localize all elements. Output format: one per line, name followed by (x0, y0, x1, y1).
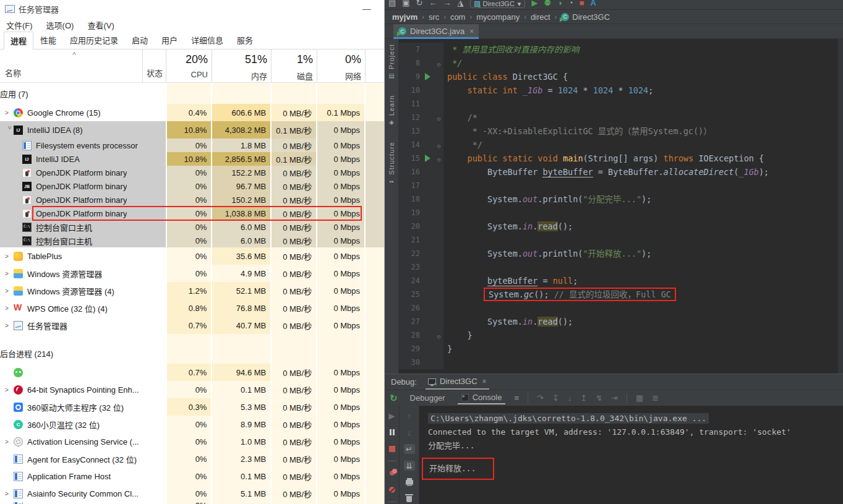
section-header[interactable]: 后台进程 (214) (0, 343, 384, 364)
code-line[interactable]: 10 static int _1Gb = 1024 * 1024 * 1024; (399, 83, 843, 97)
tm-tab-详细信息[interactable]: 详细信息 (184, 31, 230, 49)
run-to-cursor-icon[interactable]: ⇥ (611, 393, 618, 403)
expander-icon[interactable]: > (5, 270, 14, 277)
process-row[interactable]: OpenJDK Platform binary0%96.7 MB0 MB/秒0 … (0, 179, 384, 193)
column-header-disk[interactable]: 1%磁盘 (271, 49, 313, 82)
process-row[interactable]: >Google Chrome (15)0.4%606.6 MB0 MB/秒0.1… (0, 104, 384, 121)
stop-icon[interactable] (387, 444, 398, 454)
clear-console-icon[interactable] (404, 494, 415, 504)
expander-icon[interactable]: > (6, 126, 13, 134)
coverage-icon[interactable]: ◑ (557, 0, 562, 7)
breadcrumb-item[interactable]: Direct3GC (560, 12, 611, 22)
process-row[interactable]: >Asiainfo Security Common Cl...0%5.1 MB0… (0, 485, 384, 502)
pause-icon[interactable] (387, 427, 398, 437)
code-line[interactable]: 30 (399, 356, 843, 369)
mute-breakpoints-icon[interactable] (387, 485, 398, 495)
up-stack-icon[interactable]: ↑ (404, 411, 415, 421)
column-header-name[interactable]: 名称 (5, 67, 21, 79)
step-into-icon[interactable]: ↧ (552, 393, 559, 403)
run-gutter-icon[interactable] (425, 73, 430, 80)
debug-icon[interactable]: ⚉ (544, 0, 551, 7)
back-icon[interactable]: ← (429, 0, 437, 7)
code-line[interactable]: 28⊖ } (399, 328, 843, 342)
tab-close-icon[interactable]: × (469, 27, 474, 36)
code-line[interactable]: 23 (399, 260, 843, 274)
process-row[interactable]: >Activation Licensing Service (...0%1.0 … (0, 433, 384, 450)
run-configuration-select[interactable]: Direct3GC▾ (470, 0, 526, 8)
section-header[interactable]: 应用 (7) (0, 83, 384, 104)
forward-icon[interactable]: → (443, 0, 451, 7)
minimize-button[interactable]: — (354, 4, 379, 14)
process-row[interactable]: Filesystem events processor0%1.8 MB0 MB/… (0, 139, 384, 152)
process-row[interactable]: >IntelliJ IDEA (8)10.8%4,308.2 MB0.1 MB/… (0, 121, 384, 139)
evaluate-expression-icon[interactable]: ▦ (636, 393, 643, 403)
breadcrumb-item[interactable]: src (427, 12, 440, 22)
scroll-to-end-icon[interactable]: ⇊ (404, 461, 415, 471)
step-over-icon[interactable]: ↷ (537, 393, 544, 403)
process-row[interactable]: 控制台窗口主机0%6.0 MB0 MB/秒0 Mbps (0, 234, 384, 247)
process-row[interactable]: >WPS Office (32 位) (4)0.8%76.8 MB0 MB/秒0… (0, 299, 384, 317)
profiler-icon[interactable]: ◔ (568, 0, 573, 7)
force-step-into-icon[interactable]: ↓ (568, 393, 572, 403)
expander-icon[interactable]: > (5, 288, 14, 294)
code-line[interactable]: 11 (399, 97, 843, 111)
code-line[interactable]: 16 ByteBuffer byteBuffer = ByteBuffer.al… (399, 165, 843, 179)
code-line[interactable]: 27 System.in.read(); (399, 315, 843, 328)
step-out-icon[interactable]: ↥ (580, 393, 587, 403)
editor-tab-direct3gc[interactable]: Direct3GC.java × (393, 24, 479, 38)
process-row[interactable]: >TablePlus0%35.6 MB0 MB/秒0 Mbps (0, 247, 384, 265)
code-line[interactable]: 14⊖ */ (399, 138, 843, 152)
stop-icon[interactable]: ■ (580, 0, 584, 7)
save-icon[interactable]: ▣ (402, 0, 409, 7)
process-row[interactable]: >Windows 资源管理器 (4)1.2%52.1 MB0 MB/秒0 Mbp… (0, 282, 384, 299)
tm-tab-进程[interactable]: 进程 (4, 32, 33, 49)
debug-session-tab[interactable]: Direct3GC × (426, 374, 489, 390)
process-row[interactable]: 360小贝温控 (32 位)0%8.9 MB0 MB/秒0 Mbps (0, 416, 384, 433)
code-line[interactable]: 25 System.gc(); // 显式的垃圾回收，Full GC (399, 288, 843, 301)
soft-wrap-icon[interactable]: ↵ (404, 444, 415, 454)
run-anything-icon[interactable]: ◮ (458, 0, 464, 7)
console-output[interactable]: C:\Users\zhangm\.jdks\corretto-1.8.0_342… (419, 406, 843, 504)
code-line[interactable]: 20 System.in.read(); (399, 220, 843, 233)
breadcrumb-item[interactable]: mycompany (475, 12, 521, 22)
expander-icon[interactable]: > (5, 305, 14, 312)
process-row[interactable]: IntelliJ IDEA10.8%2,856.5 MB0.1 MB/秒0 Mb… (0, 152, 384, 166)
process-row[interactable]: OpenJDK Platform binary0%152.2 MB0 MB/秒0… (0, 166, 384, 179)
code-line[interactable]: 26 (399, 301, 843, 315)
print-icon[interactable] (404, 477, 415, 487)
column-header-memory[interactable]: 51%内存 (212, 49, 267, 82)
column-header-status[interactable]: 状态 (147, 67, 163, 79)
code-line[interactable]: 9public class Direct3GC { (399, 70, 843, 83)
code-editor[interactable]: 7 * 禁用显式回收对直接内存的影响8⊖ */9public class Dir… (399, 39, 843, 374)
tool-window-button-structure[interactable]: Structure▪▪ (388, 142, 395, 185)
code-line[interactable]: 18 System.out.println("分配完毕..."); (399, 192, 843, 206)
tm-tab-服务[interactable]: 服务 (230, 31, 260, 49)
process-row[interactable]: >64-bit Synaptics Pointing Enh...0%0.1 M… (0, 381, 384, 398)
tool-window-button-project[interactable]: Project▤ (388, 44, 395, 79)
expander-icon[interactable]: > (5, 253, 14, 260)
tm-tab-性能[interactable]: 性能 (33, 31, 63, 49)
open-icon[interactable]: ▤ (388, 0, 396, 7)
tool-window-button-learn[interactable]: Learn◈ (388, 95, 395, 126)
code-line[interactable]: 17 (399, 179, 843, 192)
tm-tab-用户[interactable]: 用户 (155, 31, 184, 49)
process-row[interactable]: Agent for EasyConnect (32 位)0%2.3 MB0 MB… (0, 450, 384, 468)
process-row[interactable]: 0.7%94.6 MB0 MB/秒0 Mbps (0, 364, 384, 381)
breadcrumb-item[interactable]: myjvm (391, 12, 419, 22)
code-line[interactable]: 29} (399, 342, 843, 356)
code-line[interactable]: 19 (399, 206, 843, 220)
process-row[interactable]: >任务管理器0.7%40.7 MB0 MB/秒0 Mbps (0, 317, 384, 334)
breadcrumb-item[interactable]: com (449, 12, 467, 22)
expander-icon[interactable]: > (5, 438, 14, 445)
down-stack-icon[interactable]: ↓ (404, 427, 415, 437)
layout-settings-icon[interactable]: ≣ (652, 393, 659, 403)
code-line[interactable]: 12⊖ /* (399, 111, 843, 124)
expander-icon[interactable]: > (5, 109, 14, 116)
code-line[interactable]: 13 * -XX:+DisableExplicitGC 显式的（禁用System… (399, 124, 843, 138)
view-breakpoints-icon[interactable] (387, 468, 398, 478)
debug-session-close-icon[interactable]: × (482, 377, 487, 386)
run-icon[interactable]: ▶ (531, 0, 537, 7)
run-gutter-icon[interactable] (425, 155, 430, 162)
expander-icon[interactable]: > (5, 490, 14, 497)
code-line[interactable]: 8⊖ */ (399, 56, 843, 70)
